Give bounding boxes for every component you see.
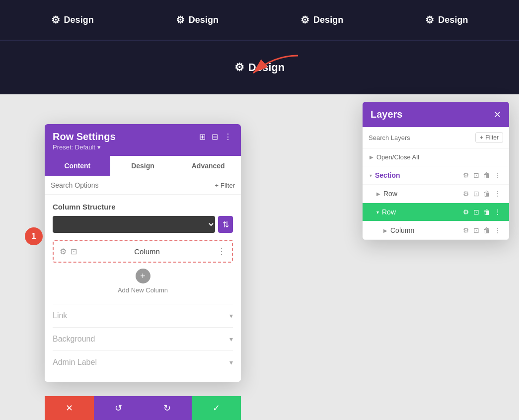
row1-more-btn[interactable]: ⋮ bbox=[493, 189, 502, 199]
row2-settings-btn[interactable]: ⚙ bbox=[462, 207, 470, 217]
panel-columns-btn[interactable]: ⊟ bbox=[211, 131, 219, 142]
layers-panel: Layers ✕ + Filter ▶ Open/Close All ▾ Sec… bbox=[363, 102, 509, 240]
layers-close-btn[interactable]: ✕ bbox=[494, 109, 501, 120]
row1-duplicate-btn[interactable]: ⊡ bbox=[472, 189, 480, 199]
row2-actions: ⚙ ⊡ 🗑 ⋮ bbox=[462, 207, 502, 217]
layers-title: Layers bbox=[371, 109, 403, 120]
nav-item-3[interactable]: ⚙ Design bbox=[300, 14, 343, 26]
panel-header-actions: ⊞ ⊟ ⋮ bbox=[198, 131, 233, 142]
top-nav: ⚙ Design ⚙ Design ⚙ Design ⚙ Design bbox=[0, 0, 519, 40]
column-label: Column bbox=[390, 226, 459, 234]
tab-content[interactable]: Content bbox=[45, 156, 110, 176]
row2-delete-btn[interactable]: 🗑 bbox=[482, 207, 491, 217]
layers-search-input[interactable] bbox=[369, 134, 471, 141]
row2-label: Row bbox=[382, 208, 459, 216]
select-arrow-btn[interactable]: ⇅ bbox=[218, 216, 233, 233]
open-close-icon: ▶ bbox=[370, 154, 373, 160]
column-duplicate-icon: ⊡ bbox=[71, 247, 77, 256]
row2-duplicate-btn[interactable]: ⊡ bbox=[472, 207, 480, 217]
layers-header: Layers ✕ bbox=[363, 102, 509, 127]
column-more-btn[interactable]: ⋮ bbox=[217, 246, 226, 257]
nav-item-1[interactable]: ⚙ Design bbox=[51, 14, 94, 26]
design-icon-1: ⚙ bbox=[51, 14, 60, 26]
bottom-action-bar: ✕ ↺ ↻ ✓ bbox=[45, 396, 241, 420]
row1-expand-icon[interactable]: ▶ bbox=[376, 191, 380, 197]
filter-plus-icon: + bbox=[215, 182, 219, 189]
panel-expand-btn[interactable]: ⊞ bbox=[198, 131, 207, 142]
search-input[interactable] bbox=[51, 181, 211, 189]
column-more-btn[interactable]: ⋮ bbox=[493, 225, 502, 235]
main-area: 1 Row Settings Preset: Default ▾ ⊞ ⊟ ⋮ C… bbox=[0, 94, 519, 420]
row1-label: Row bbox=[383, 190, 459, 198]
column-structure-select[interactable] bbox=[53, 216, 215, 233]
panel-header: Row Settings Preset: Default ▾ ⊞ ⊟ ⋮ bbox=[45, 124, 241, 156]
section-label: Section bbox=[375, 171, 459, 179]
layer-section[interactable]: ▾ Section ⚙ ⊡ 🗑 ⋮ bbox=[363, 166, 509, 185]
row2-more-btn[interactable]: ⋮ bbox=[493, 207, 502, 217]
design-icon-4: ⚙ bbox=[425, 14, 434, 26]
filter-label: Filter bbox=[221, 182, 235, 189]
row1-settings-btn[interactable]: ⚙ bbox=[462, 189, 470, 199]
background-section[interactable]: Background ▾ bbox=[53, 327, 233, 350]
layers-filter-label: Filter bbox=[485, 134, 499, 141]
panel-title: Row Settings bbox=[53, 131, 116, 142]
layer-column[interactable]: ▶ Column ⚙ ⊡ 🗑 ⋮ bbox=[363, 221, 509, 240]
column-settings-btn[interactable]: ⚙ bbox=[462, 225, 470, 235]
section-delete-btn[interactable]: 🗑 bbox=[482, 170, 491, 180]
open-close-label: Open/Close All bbox=[376, 153, 419, 161]
admin-label-text: Admin Label bbox=[53, 358, 97, 367]
search-bar: + Filter bbox=[45, 176, 241, 195]
column-duplicate-btn[interactable]: ⊡ bbox=[472, 225, 480, 235]
row1-delete-btn[interactable]: 🗑 bbox=[482, 189, 491, 199]
panel-preset: Preset: Default ▾ bbox=[53, 143, 116, 151]
save-button[interactable]: ✓ bbox=[192, 396, 241, 420]
add-column[interactable]: + Add New Column bbox=[53, 269, 233, 294]
link-chevron-icon: ▾ bbox=[229, 312, 233, 320]
sub-header-icon: ⚙ bbox=[234, 61, 244, 74]
column-structure-label: Column Structure bbox=[53, 203, 233, 211]
nav-item-2[interactable]: ⚙ Design bbox=[176, 14, 219, 26]
sub-header: ⚙ Design bbox=[0, 40, 519, 94]
panel-body: Column Structure ⇅ ⚙ ⊡ Column ⋮ + Add Ne… bbox=[45, 195, 241, 382]
background-label: Background bbox=[53, 335, 95, 344]
step-badge: 1 bbox=[25, 227, 43, 245]
design-icon-2: ⚙ bbox=[176, 14, 185, 26]
cancel-button[interactable]: ✕ bbox=[45, 396, 94, 420]
tab-advanced[interactable]: Advanced bbox=[175, 156, 241, 176]
layers-filter-btn[interactable]: + Filter bbox=[475, 132, 503, 143]
section-settings-btn[interactable]: ⚙ bbox=[462, 170, 470, 180]
filter-btn[interactable]: + Filter bbox=[215, 182, 235, 189]
undo-button[interactable]: ↺ bbox=[94, 396, 143, 420]
layers-search-bar: + Filter bbox=[363, 127, 509, 148]
nav-label-2: Design bbox=[189, 15, 219, 25]
section-actions: ⚙ ⊡ 🗑 ⋮ bbox=[462, 170, 502, 180]
column-settings-icon: ⚙ bbox=[60, 247, 67, 256]
red-arrow bbox=[243, 51, 303, 82]
row-settings-panel: Row Settings Preset: Default ▾ ⊞ ⊟ ⋮ Con… bbox=[45, 124, 241, 382]
layer-row-2-active[interactable]: ▾ Row ⚙ ⊡ 🗑 ⋮ bbox=[363, 203, 509, 221]
open-close-all[interactable]: ▶ Open/Close All bbox=[363, 148, 509, 166]
panel-title-group: Row Settings Preset: Default ▾ bbox=[53, 131, 116, 151]
admin-label-section[interactable]: Admin Label ▾ bbox=[53, 350, 233, 374]
column-select-wrap: ⇅ bbox=[53, 216, 233, 233]
nav-item-4[interactable]: ⚙ Design bbox=[425, 14, 468, 26]
layers-filter-plus-icon: + bbox=[480, 134, 483, 141]
layer-row-1[interactable]: ▶ Row ⚙ ⊡ 🗑 ⋮ bbox=[363, 185, 509, 203]
admin-chevron-icon: ▾ bbox=[229, 358, 233, 366]
background-chevron-icon: ▾ bbox=[229, 335, 233, 343]
section-more-btn[interactable]: ⋮ bbox=[493, 170, 502, 180]
add-column-label: Add New Column bbox=[118, 286, 168, 294]
section-expand-icon[interactable]: ▾ bbox=[370, 173, 372, 178]
panel-tabs: Content Design Advanced bbox=[45, 156, 241, 176]
redo-button[interactable]: ↻ bbox=[143, 396, 192, 420]
row2-expand-icon[interactable]: ▾ bbox=[376, 210, 379, 215]
link-section[interactable]: Link ▾ bbox=[53, 304, 233, 327]
tab-design[interactable]: Design bbox=[110, 156, 176, 176]
column-item: ⚙ ⊡ Column ⋮ bbox=[53, 240, 233, 263]
column-delete-btn[interactable]: 🗑 bbox=[482, 225, 491, 235]
link-label: Link bbox=[53, 311, 67, 320]
panel-more-btn[interactable]: ⋮ bbox=[223, 131, 233, 142]
column-item-label: Column bbox=[81, 247, 213, 256]
column-expand-icon[interactable]: ▶ bbox=[383, 228, 387, 233]
section-duplicate-btn[interactable]: ⊡ bbox=[472, 170, 480, 180]
